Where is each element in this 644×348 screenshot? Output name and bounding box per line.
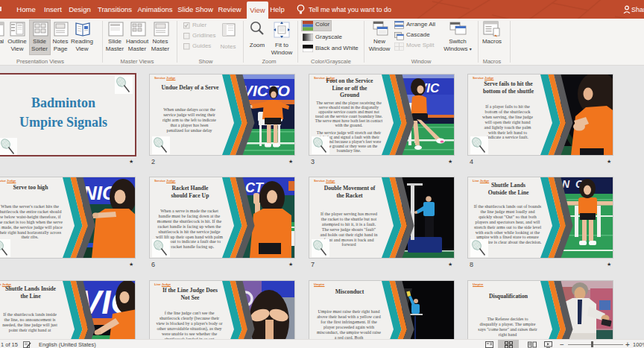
- svg-text:VICTO: VICTO: [242, 82, 290, 99]
